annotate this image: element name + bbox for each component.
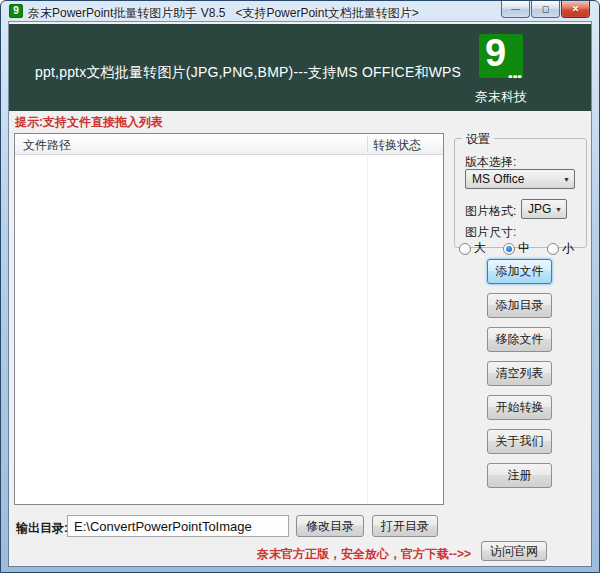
window-title: 奈末PowerPoint批量转图片助手 V8.5 <支持PowerPoint文档… [28, 5, 419, 22]
chevron-down-icon: ▼ [563, 176, 570, 183]
app-icon: 9 [9, 4, 23, 18]
size-radio-small-label: 小 [562, 240, 574, 257]
logo-dots: ... [507, 57, 521, 78]
visit-website-button[interactable]: 访问官网 [481, 541, 547, 561]
size-radio-group: 大 中 小 [459, 240, 583, 257]
register-button[interactable]: 注册 [487, 463, 552, 488]
format-dropdown[interactable]: JPG ▼ [521, 199, 567, 219]
file-list-table[interactable]: 文件路径 转换状态 [14, 133, 444, 505]
client-area: ppt,pptx文档批量转图片(JPG,PNG,BMP)---支持MS OFFI… [9, 22, 591, 566]
start-convert-button[interactable]: 开始转换 [487, 395, 552, 420]
size-radio-small[interactable]: 小 [547, 240, 574, 257]
modify-dir-button[interactable]: 修改目录 [296, 515, 364, 537]
add-file-button[interactable]: 添加文件 [487, 259, 552, 284]
column-divider[interactable] [367, 136, 368, 152]
remove-file-button[interactable]: 移除文件 [487, 327, 552, 352]
radio-checked-icon [503, 243, 515, 255]
size-radio-large-label: 大 [474, 240, 486, 257]
format-label: 图片格式: [465, 203, 516, 220]
settings-group: 设置 版本选择: MS Office ▼ 图片格式: JPG ▼ 图片尺寸: 大… [454, 138, 587, 248]
size-radio-large[interactable]: 大 [459, 240, 486, 257]
settings-group-label: 设置 [462, 131, 494, 148]
size-radio-medium-label: 中 [518, 240, 530, 257]
title-bar[interactable]: 9 奈末PowerPoint批量转图片助手 V8.5 <支持PowerPoint… [1, 1, 599, 22]
clear-list-button[interactable]: 清空列表 [487, 361, 552, 386]
size-radio-medium[interactable]: 中 [503, 240, 530, 257]
about-us-button[interactable]: 关于我们 [487, 429, 552, 454]
close-button[interactable]: ✕ [561, 1, 590, 18]
version-dropdown-value: MS Office [472, 172, 524, 186]
app-window: 9 奈末PowerPoint批量转图片助手 V8.5 <支持PowerPoint… [0, 0, 600, 573]
app-banner: ppt,pptx文档批量转图片(JPG,PNG,BMP)---支持MS OFFI… [9, 24, 591, 111]
output-dir-label: 输出目录: [16, 520, 68, 537]
brand-logo-icon: 9 ... [479, 34, 523, 78]
file-list-header: 文件路径 转换状态 [15, 134, 443, 155]
brand-name: 奈末科技 [467, 88, 535, 106]
radio-icon [459, 243, 471, 255]
radio-icon [547, 243, 559, 255]
minimize-button[interactable]: — [501, 1, 530, 18]
window-controls: — ◻ ✕ [501, 1, 590, 18]
banner-tagline: ppt,pptx文档批量转图片(JPG,PNG,BMP)---支持MS OFFI… [35, 64, 461, 82]
chevron-down-icon: ▼ [555, 206, 562, 213]
logo-numeral: 9 [485, 34, 506, 75]
column-body-divider [367, 155, 368, 504]
column-header-filepath[interactable]: 文件路径 [23, 137, 71, 154]
drag-drop-hint: 提示:支持文件直接拖入列表 [15, 114, 163, 131]
column-header-status[interactable]: 转换状态 [373, 137, 421, 154]
format-dropdown-value: JPG [528, 202, 551, 216]
official-download-promo: 奈末官方正版，安全放心，官方下载-->> [257, 546, 471, 563]
open-dir-button[interactable]: 打开目录 [372, 515, 438, 537]
add-folder-button[interactable]: 添加目录 [487, 293, 552, 318]
maximize-button[interactable]: ◻ [531, 1, 560, 18]
size-label: 图片尺寸: [465, 224, 516, 241]
version-dropdown[interactable]: MS Office ▼ [465, 169, 575, 189]
output-dir-input[interactable] [67, 515, 289, 537]
